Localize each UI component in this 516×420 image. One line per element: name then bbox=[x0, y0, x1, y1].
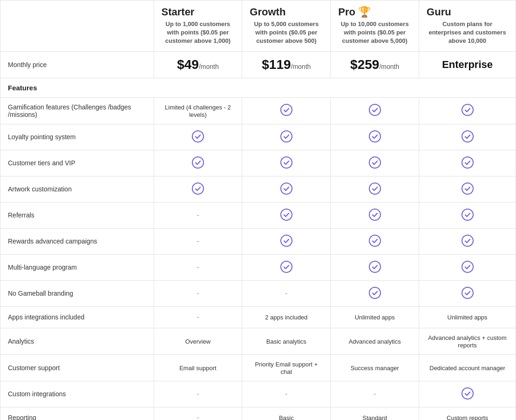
svg-point-11 bbox=[192, 183, 204, 194]
pro-check-icon bbox=[368, 215, 381, 223]
growth-cell bbox=[242, 97, 331, 124]
guru-check-icon bbox=[461, 137, 474, 144]
pro-check-icon bbox=[368, 267, 381, 275]
starter-cell: Overview bbox=[154, 328, 242, 354]
table-row: Reporting-BasicStandardCustom reports bbox=[0, 407, 516, 420]
growth-cell bbox=[242, 228, 331, 254]
guru-cell: Advanced analytics + custom reports bbox=[419, 328, 516, 354]
pro-check-icon bbox=[368, 241, 381, 249]
pro-plan-desc: Up to 10,000 customers with points ($0.0… bbox=[338, 20, 411, 46]
pro-cell bbox=[331, 124, 419, 150]
growth-text-value: Priority Email support + chat bbox=[255, 361, 318, 375]
guru-cell: Dedicated account manager bbox=[419, 354, 516, 381]
starter-cell bbox=[154, 124, 242, 150]
starter-cell: Limited (4 challenges - 2 levels) bbox=[154, 97, 242, 124]
table-row: Customer tiers and VIP bbox=[0, 150, 516, 176]
growth-cell: Basic bbox=[242, 407, 331, 420]
pro-cell: Advanced analytics bbox=[331, 328, 419, 354]
pro-check-icon bbox=[368, 137, 381, 144]
guru-check-icon bbox=[461, 241, 474, 249]
table-row: Custom integrations--- bbox=[0, 381, 516, 407]
growth-dash: - bbox=[285, 289, 288, 298]
guru-cell bbox=[419, 381, 516, 407]
pro-cell bbox=[331, 254, 419, 280]
guru-text-value: Unlimited apps bbox=[448, 314, 488, 321]
guru-plan-desc: Custom plans for enterprises and custome… bbox=[427, 20, 508, 46]
guru-check-icon bbox=[461, 394, 474, 401]
svg-point-4 bbox=[281, 131, 292, 142]
svg-point-10 bbox=[462, 157, 473, 168]
starter-cell bbox=[154, 150, 242, 176]
pro-cell bbox=[331, 97, 419, 124]
svg-point-22 bbox=[369, 261, 380, 272]
guru-check-icon bbox=[461, 189, 474, 196]
table-row: AnalyticsOverviewBasic analyticsAdvanced… bbox=[0, 328, 516, 354]
pro-dash: - bbox=[373, 389, 376, 399]
table-row: Customer supportEmail supportPriority Em… bbox=[0, 354, 516, 381]
feature-label: Artwork customization bbox=[0, 176, 154, 202]
starter-dash: - bbox=[197, 389, 199, 399]
growth-cell: - bbox=[242, 280, 331, 306]
starter-cell: - bbox=[154, 202, 242, 228]
growth-cell: Priority Email support + chat bbox=[242, 354, 331, 381]
guru-cell bbox=[419, 228, 516, 254]
starter-plan-name: Starter bbox=[162, 6, 235, 18]
starter-cell: - bbox=[154, 381, 242, 407]
guru-cell bbox=[419, 124, 516, 150]
starter-cell: - bbox=[154, 407, 242, 420]
growth-check-icon bbox=[280, 163, 293, 170]
starter-price: $49/month bbox=[154, 51, 242, 78]
table-row: Loyalty pointing system bbox=[0, 124, 516, 150]
guru-check-icon bbox=[461, 267, 474, 275]
svg-point-5 bbox=[369, 131, 380, 142]
starter-dash: - bbox=[197, 312, 199, 322]
svg-point-26 bbox=[462, 388, 473, 399]
growth-price: $119/month bbox=[242, 51, 331, 78]
growth-cell bbox=[242, 150, 331, 176]
starter-dash: - bbox=[197, 289, 199, 298]
guru-text-value: Custom reports bbox=[447, 414, 488, 420]
feature-label: Reporting bbox=[0, 407, 154, 420]
pro-cell: Standard bbox=[331, 407, 419, 420]
pro-cell bbox=[331, 150, 419, 176]
feature-label: Customer tiers and VIP bbox=[0, 150, 154, 176]
svg-point-13 bbox=[369, 183, 380, 194]
feature-label: Customer support bbox=[0, 354, 154, 381]
starter-limited-text: Limited (4 challenges - 2 levels) bbox=[165, 104, 231, 118]
svg-point-14 bbox=[462, 183, 473, 194]
growth-check-icon bbox=[280, 110, 293, 118]
growth-check-icon bbox=[280, 241, 293, 249]
feature-label: Referrals bbox=[0, 202, 154, 228]
guru-cell bbox=[419, 176, 516, 202]
growth-check-icon bbox=[280, 137, 293, 144]
pro-price: $259/month bbox=[331, 51, 419, 78]
svg-point-7 bbox=[192, 157, 204, 168]
pro-check-icon bbox=[368, 110, 381, 118]
pro-cell: - bbox=[331, 381, 419, 407]
svg-point-0 bbox=[281, 104, 292, 115]
pro-cell: Unlimited apps bbox=[331, 306, 419, 328]
growth-text-value: 2 apps included bbox=[265, 314, 307, 321]
pro-cell bbox=[331, 280, 419, 306]
pro-text-value: Advanced analytics bbox=[349, 338, 401, 345]
pro-plan-header: Pro 🏆 Up to 10,000 customers with points… bbox=[331, 0, 419, 52]
svg-point-12 bbox=[281, 183, 292, 194]
starter-cell: - bbox=[154, 306, 242, 328]
feature-label: Gamification features (Challenges /badge… bbox=[0, 97, 154, 124]
svg-point-24 bbox=[369, 287, 380, 298]
growth-cell: Basic analytics bbox=[242, 328, 331, 354]
growth-check-icon bbox=[280, 215, 293, 223]
pro-text-value: Standard bbox=[362, 414, 387, 420]
pro-cell bbox=[331, 202, 419, 228]
svg-point-9 bbox=[369, 157, 380, 168]
starter-check-icon bbox=[191, 163, 204, 170]
starter-dash: - bbox=[197, 210, 199, 220]
guru-check-icon bbox=[461, 293, 474, 301]
growth-cell bbox=[242, 176, 331, 202]
svg-point-18 bbox=[281, 235, 292, 246]
svg-point-6 bbox=[462, 131, 473, 142]
table-row: Gamification features (Challenges /badge… bbox=[0, 97, 516, 124]
svg-point-16 bbox=[369, 209, 380, 220]
guru-cell bbox=[419, 97, 516, 124]
table-row: Multi-language program- bbox=[0, 254, 516, 280]
